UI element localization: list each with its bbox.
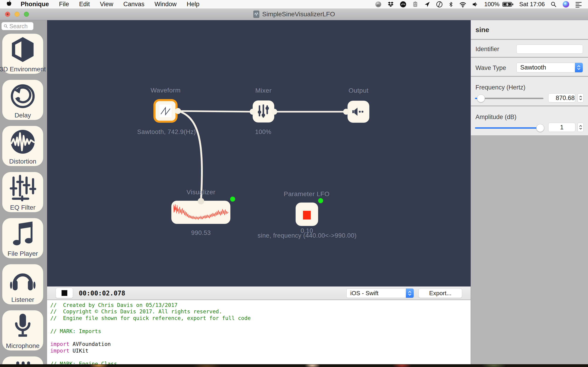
- code-editor[interactable]: // Created by Chris Davis on 05/13/2017/…: [47, 300, 471, 364]
- slider-fill: [475, 127, 541, 129]
- slider-track[interactable]: [475, 98, 544, 99]
- palette-search-field[interactable]: [1, 22, 34, 30]
- siri-icon[interactable]: [562, 1, 570, 8]
- frequency-slider[interactable]: [475, 94, 544, 102]
- faders-icon: [9, 359, 36, 364]
- mixer-icon: [257, 104, 270, 119]
- distortion-icon: [9, 128, 36, 155]
- bluetooth-icon[interactable]: [448, 1, 453, 8]
- volume-icon[interactable]: [472, 1, 479, 7]
- speaker-icon: [351, 106, 366, 117]
- window-title-bar[interactable]: SimpleSineVisualizerLFO: [0, 8, 588, 20]
- location-icon[interactable]: [424, 1, 431, 8]
- notification-center-icon[interactable]: [575, 1, 582, 8]
- zoom-button[interactable]: [24, 12, 29, 17]
- menu-item-view[interactable]: View: [100, 1, 113, 8]
- menu-item-file[interactable]: File: [59, 1, 69, 8]
- menu-item-window[interactable]: Window: [155, 1, 177, 8]
- menu-item-canvas[interactable]: Canvas: [123, 1, 145, 8]
- amplitude-label: Amplitude (dB): [476, 114, 517, 121]
- minimize-button[interactable]: [15, 12, 19, 17]
- mixer-node[interactable]: [253, 100, 274, 123]
- palette-item-listener[interactable]: Listener: [2, 264, 43, 304]
- waveform-node-caption: Sawtooth, 742.9(Hz): [137, 128, 196, 135]
- export-button[interactable]: Export...: [418, 288, 462, 298]
- apple-icon: [6, 0, 12, 7]
- wave-type-label: Wave Type: [476, 65, 506, 72]
- menu-item-help[interactable]: Help: [187, 1, 199, 8]
- lfo-stop-square: [303, 211, 311, 219]
- export-language-value: iOS - Swift: [346, 290, 406, 297]
- palette-item-3d-environment[interactable]: 3D Environment: [2, 34, 43, 74]
- lfo-node-detail: sine, frequency (440.00<->990.00): [258, 232, 357, 239]
- amplitude-field[interactable]: [548, 123, 575, 132]
- palette-item-label: 3D Environment: [0, 66, 46, 73]
- desktop-wallpaper: [0, 364, 588, 367]
- spotlight-search-icon[interactable]: [550, 1, 557, 8]
- do-not-disturb-icon[interactable]: [436, 1, 443, 8]
- palette-item-eq-filter[interactable]: EQ Filter: [2, 172, 43, 212]
- frequency-stepper[interactable]: [578, 93, 584, 102]
- palette-item-microphone[interactable]: Microphone: [2, 310, 43, 350]
- cube-icon: [9, 36, 36, 63]
- menu-item-edit[interactable]: Edit: [79, 1, 90, 8]
- palette-item-delay[interactable]: Delay: [2, 80, 43, 120]
- wave-type-dropdown[interactable]: Sawtooth: [516, 63, 583, 73]
- visualizer-node-title: Visualizer: [187, 189, 216, 196]
- frequency-slider-knob[interactable]: [477, 94, 485, 102]
- microphone-icon: [9, 313, 36, 340]
- music-note-icon: [9, 220, 36, 248]
- creative-cloud-icon[interactable]: [400, 1, 406, 8]
- waveform-node-title: Waveform: [151, 87, 181, 94]
- export-button-label: Export...: [429, 290, 451, 297]
- headphones-icon: [9, 267, 36, 294]
- waveform-node[interactable]: [153, 99, 178, 123]
- menu-bar: Phonique File Edit View Canvas Window He…: [0, 0, 588, 8]
- eq-icon: [9, 174, 36, 201]
- battery-percent: 100%: [484, 1, 500, 8]
- dropdown-stepper-icon: [406, 289, 414, 298]
- palette-item-label: Distortion: [9, 158, 36, 165]
- stop-button[interactable]: [56, 288, 73, 298]
- close-button[interactable]: [5, 12, 10, 17]
- visualizer-node[interactable]: [171, 201, 230, 224]
- amplitude-slider-knob[interactable]: [536, 124, 544, 132]
- palette-item-label: EQ Filter: [10, 204, 35, 211]
- parameter-lfo-node[interactable]: [296, 202, 318, 226]
- delay-icon: [9, 82, 36, 109]
- status-robot-icon[interactable]: [412, 1, 418, 8]
- apple-menu[interactable]: [6, 0, 12, 8]
- battery-icon[interactable]: [502, 1, 514, 7]
- wave-type-value: Sawtooth: [517, 64, 575, 71]
- amplitude-stepper[interactable]: [578, 123, 584, 132]
- inspector-node-name: sine: [476, 26, 489, 34]
- menu-item-phonique[interactable]: Phonique: [21, 1, 49, 8]
- palette-item-partial[interactable]: [2, 357, 43, 364]
- dropdown-stepper-icon: [575, 63, 583, 72]
- palette-item-label: File Player: [8, 250, 38, 257]
- stop-icon: [61, 290, 67, 296]
- wifi-icon[interactable]: [459, 1, 467, 8]
- frequency-field[interactable]: [548, 93, 575, 102]
- status-app-sphere-icon[interactable]: [375, 1, 382, 8]
- dropbox-icon[interactable]: [387, 1, 394, 8]
- amplitude-row: Amplitude (dB): [471, 106, 588, 136]
- node-palette-sidebar: 3D Environment Delay Distortion: [0, 20, 47, 364]
- amplitude-slider[interactable]: [475, 124, 544, 132]
- palette-item-file-player[interactable]: File Player: [2, 218, 43, 258]
- export-language-dropdown[interactable]: iOS - Swift: [346, 288, 414, 298]
- sawtooth-wave-icon: [159, 105, 172, 117]
- connection-wires: [47, 20, 471, 286]
- mixer-node-title: Mixer: [255, 87, 272, 94]
- document-icon[interactable]: [253, 10, 259, 18]
- menu-clock[interactable]: Sat 17:06: [519, 1, 545, 8]
- identifier-field[interactable]: [516, 44, 583, 54]
- palette-item-label: Listener: [11, 296, 34, 303]
- output-node[interactable]: [347, 101, 369, 123]
- palette-item-label: Microphone: [6, 342, 40, 350]
- palette-item-distortion[interactable]: Distortion: [2, 126, 43, 166]
- search-input[interactable]: [9, 23, 32, 30]
- node-graph-canvas[interactable]: Waveform Sawtooth, 742.9(Hz) Mixer 100% …: [47, 20, 471, 286]
- waveform-trace: [173, 202, 229, 222]
- output-node-title: Output: [348, 87, 368, 94]
